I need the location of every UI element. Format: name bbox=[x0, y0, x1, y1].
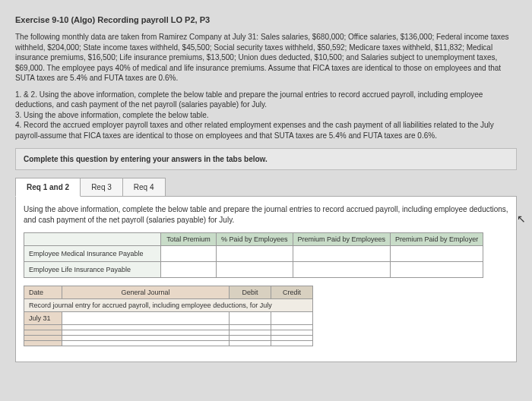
input-cell[interactable] bbox=[293, 246, 391, 262]
input-cell[interactable] bbox=[271, 325, 313, 330]
input-cell[interactable] bbox=[230, 312, 271, 325]
date-cell: July 31 bbox=[24, 312, 62, 325]
col-pct-paid: % Paid by Employees bbox=[217, 233, 293, 246]
col-paid-employer: Premium Paid by Employer bbox=[391, 233, 483, 246]
tab-req-4[interactable]: Req 4 bbox=[122, 178, 166, 197]
date-cell bbox=[24, 336, 62, 341]
date-cell bbox=[24, 341, 62, 346]
input-cell[interactable] bbox=[62, 330, 230, 336]
input-cell[interactable] bbox=[230, 325, 271, 330]
tab-description: Using the above information, complete th… bbox=[24, 204, 508, 225]
col-debit: Debit bbox=[230, 286, 271, 299]
instruction-3: 4. Record the accrued employer payroll t… bbox=[15, 120, 517, 141]
input-cell[interactable] bbox=[293, 262, 391, 278]
input-cell[interactable] bbox=[391, 246, 483, 262]
input-cell[interactable] bbox=[62, 312, 230, 325]
input-cell[interactable] bbox=[161, 262, 217, 278]
input-cell[interactable] bbox=[217, 262, 293, 278]
input-cell[interactable] bbox=[271, 336, 313, 341]
journal-description: Record journal entry for accrued payroll… bbox=[24, 299, 313, 312]
col-total-premium: Total Premium bbox=[161, 233, 217, 246]
col-date: Date bbox=[24, 286, 62, 299]
date-cell bbox=[24, 325, 62, 330]
tabs-row: Req 1 and 2 Req 3 Req 4 bbox=[15, 178, 517, 197]
input-cell[interactable] bbox=[62, 325, 230, 330]
input-cell[interactable] bbox=[271, 312, 313, 325]
exercise-heading: Exercise 9-10 (Algo) Recording payroll L… bbox=[15, 15, 517, 24]
input-cell[interactable] bbox=[62, 341, 230, 346]
col-general-journal: General Journal bbox=[62, 286, 230, 299]
input-cell[interactable] bbox=[230, 336, 271, 341]
intro-paragraph: The following monthly data are taken fro… bbox=[15, 32, 517, 84]
cursor-icon: ↖ bbox=[517, 213, 526, 225]
input-cell[interactable] bbox=[271, 341, 313, 346]
input-cell[interactable] bbox=[217, 246, 293, 262]
instruction-2: 3. Using the above information, complete… bbox=[15, 110, 517, 121]
question-panel: Complete this question by entering your … bbox=[15, 148, 517, 170]
date-cell bbox=[24, 330, 62, 336]
input-cell[interactable] bbox=[271, 330, 313, 336]
input-cell[interactable] bbox=[62, 336, 230, 341]
journal-table: Date General Journal Debit Credit Record… bbox=[24, 286, 313, 346]
input-cell[interactable] bbox=[230, 341, 271, 346]
instruction-1: 1. & 2. Using the above information, com… bbox=[15, 90, 517, 110]
premium-table: Total Premium % Paid by Employees Premiu… bbox=[24, 232, 483, 278]
input-cell[interactable] bbox=[161, 246, 217, 262]
instructions-block: 1. & 2. Using the above information, com… bbox=[15, 90, 517, 141]
tab-content: Using the above information, complete th… bbox=[15, 196, 517, 362]
input-cell[interactable] bbox=[230, 330, 271, 336]
blank-header bbox=[24, 233, 161, 246]
tab-req-3[interactable]: Req 3 bbox=[80, 178, 123, 197]
row-medical: Employee Medical Insurance Payable bbox=[24, 246, 161, 262]
col-paid-employees: Premium Paid by Employees bbox=[293, 233, 391, 246]
row-life: Employee Life Insurance Payable bbox=[24, 262, 161, 278]
input-cell[interactable] bbox=[391, 262, 483, 278]
col-credit: Credit bbox=[271, 286, 313, 299]
tab-req-1-2[interactable]: Req 1 and 2 bbox=[15, 178, 81, 197]
